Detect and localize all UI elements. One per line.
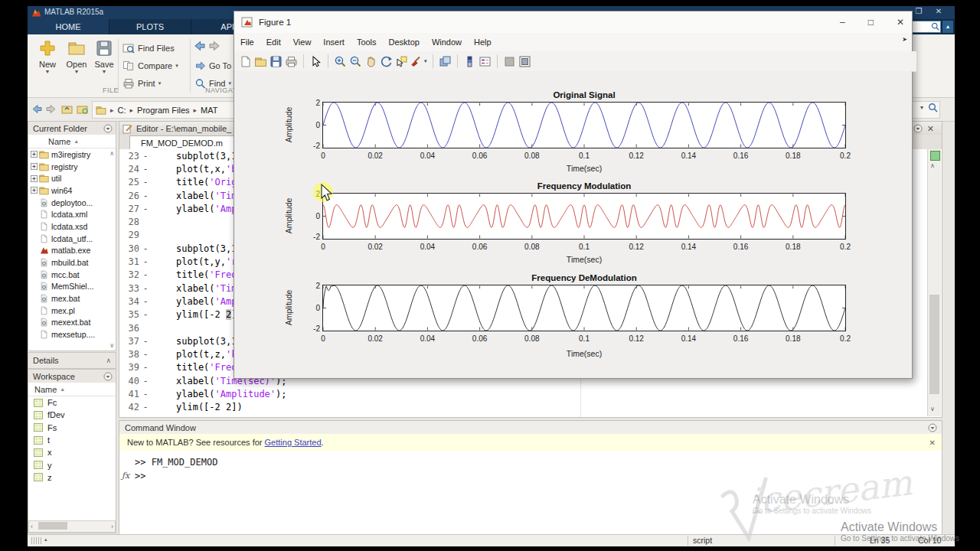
close-icon[interactable]: ✕ <box>897 17 904 28</box>
save-icon[interactable] <box>270 55 283 68</box>
compare-button[interactable]: Compare▾ <box>122 60 178 72</box>
file-row[interactable]: mex.pl <box>28 305 116 317</box>
file-row[interactable]: util <box>28 172 116 184</box>
scroll-thumb[interactable] <box>38 522 67 530</box>
scroll-down-icon[interactable]: ∨ <box>930 406 935 412</box>
caret-down-icon[interactable]: ▾ <box>424 58 427 64</box>
file-row[interactable]: lcdata.xml <box>28 208 116 220</box>
file-row[interactable]: registry <box>28 161 116 173</box>
variable-row[interactable]: t <box>28 434 116 446</box>
minimize-icon[interactable]: – <box>840 17 845 28</box>
scroll-down-icon[interactable]: ∨ <box>109 342 114 349</box>
insert-colorbar-icon[interactable] <box>463 55 476 68</box>
save-button[interactable]: Save▼ <box>90 39 118 90</box>
breadcrumb-search-icon[interactable] <box>928 103 938 112</box>
zoom-out-icon[interactable] <box>349 55 362 68</box>
dock-figure-icon[interactable] <box>518 55 531 68</box>
link-plots-icon[interactable] <box>439 55 452 68</box>
file-row[interactable]: m3iregistry <box>28 148 116 161</box>
collapse-ribbon-button[interactable]: ▴ <box>942 21 953 33</box>
close-icon[interactable]: ✕ <box>927 124 934 134</box>
new-doc-icon[interactable] <box>239 55 252 68</box>
panel-menu-icon[interactable] <box>103 372 113 381</box>
print-icon[interactable] <box>285 55 298 68</box>
browse-folder-icon[interactable] <box>77 103 88 114</box>
file-row[interactable]: mcc.bat <box>28 269 116 281</box>
code-line[interactable]: 42-ylim([-2 2]) <box>119 401 942 414</box>
file-row[interactable]: mexext.bat <box>28 317 116 329</box>
data-cursor-icon[interactable] <box>395 55 408 68</box>
plot-tools-icon[interactable] <box>503 55 516 68</box>
subplot-axes-original-signal[interactable] <box>322 102 846 148</box>
tab-plots[interactable]: PLOTS <box>109 19 191 34</box>
file-row[interactable]: win64 <box>28 184 116 197</box>
file-row[interactable]: mex.bat <box>28 292 116 305</box>
editor-tab[interactable]: FM_MOD_DEMOD.m <box>129 135 234 150</box>
file-row[interactable]: mbuild.bat <box>28 256 116 269</box>
variable-row[interactable]: z <box>28 471 116 484</box>
new-button[interactable]: New▼ <box>34 39 61 90</box>
up-folder-icon[interactable] <box>61 103 73 114</box>
file-row[interactable]: MemShiel... <box>28 281 116 293</box>
fx-icon[interactable]: ƒx <box>122 471 129 481</box>
menu-help[interactable]: Help <box>468 37 498 47</box>
file-row[interactable]: lcdata.xsd <box>28 220 116 233</box>
code-analyzer-indicator[interactable] <box>930 151 940 161</box>
pan-hand-icon[interactable] <box>364 55 377 68</box>
maximize-icon[interactable]: □ <box>868 17 874 28</box>
forward-icon[interactable] <box>209 41 220 51</box>
command-window-header[interactable]: Command Window <box>119 420 942 435</box>
back-icon[interactable] <box>32 104 42 114</box>
file-row[interactable]: mexsetup.... <box>28 328 116 341</box>
scroll-thumb[interactable] <box>929 295 939 394</box>
workspace-hscrollbar[interactable]: ‹ › <box>28 520 116 533</box>
file-row[interactable]: deploytoo... <box>28 197 116 209</box>
find-files-button[interactable]: Find Files <box>122 42 175 54</box>
breadcrumb-item[interactable]: C: <box>118 106 126 115</box>
menu-file[interactable]: File <box>234 37 260 47</box>
search-documentation-input[interactable] <box>908 21 941 33</box>
open-button[interactable]: Open▼ <box>63 39 90 90</box>
details-bar[interactable]: Details ∧ <box>28 352 116 369</box>
forward-icon[interactable] <box>46 104 56 114</box>
file-row[interactable]: matlab.exe <box>28 245 116 257</box>
open-folder-icon[interactable] <box>254 55 267 68</box>
menu-view[interactable]: View <box>287 37 318 47</box>
expand-icon[interactable] <box>31 175 38 182</box>
scroll-right-icon[interactable]: › <box>111 523 113 530</box>
menu-window[interactable]: Window <box>426 37 468 47</box>
breadcrumb-item[interactable]: Program Files <box>137 106 189 115</box>
menu-desktop[interactable]: Desktop <box>383 37 426 47</box>
subplot-axes-frequency-modulation[interactable] <box>322 193 846 240</box>
variable-row[interactable]: fDev <box>28 409 116 421</box>
figure-titlebar[interactable]: Figure 1 – □ ✕ <box>234 11 912 34</box>
tab-home[interactable]: HOME <box>28 19 109 34</box>
brush-icon[interactable] <box>410 55 423 68</box>
menu-edit[interactable]: Edit <box>260 37 287 47</box>
grip-icon[interactable] <box>31 537 42 544</box>
getting-started-link[interactable]: Getting Started <box>265 438 322 447</box>
print-button[interactable]: Print▾ <box>122 77 161 90</box>
file-row[interactable]: lcdata_utf... <box>28 233 116 245</box>
expand-icon[interactable] <box>31 163 38 170</box>
banner-close-icon[interactable]: ✕ <box>929 439 936 447</box>
close-icon[interactable]: ✕ <box>929 7 949 15</box>
zoom-in-icon[interactable] <box>334 55 347 68</box>
current-folder-column-header[interactable]: Name ▲ <box>28 135 116 148</box>
rotate-3d-icon[interactable] <box>380 55 393 68</box>
back-icon[interactable] <box>194 41 205 51</box>
code-line[interactable]: 41-ylabel('Amplitude'); <box>119 387 942 400</box>
expand-icon[interactable] <box>31 151 38 158</box>
menu-tools[interactable]: Tools <box>351 37 383 47</box>
scroll-left-icon[interactable]: ‹ <box>31 523 33 530</box>
menu-overflow-icon[interactable]: ➤ <box>902 36 907 43</box>
menu-insert[interactable]: Insert <box>317 37 351 47</box>
variable-row[interactable]: Fc <box>28 396 116 409</box>
editor-scrollbar[interactable]: ∧ ∨ <box>927 149 941 416</box>
variable-row[interactable]: x <box>28 446 116 458</box>
chevron-down-icon[interactable]: ▾ <box>920 104 923 111</box>
insert-legend-icon[interactable] <box>479 55 492 68</box>
variable-row[interactable]: Fs <box>28 422 116 434</box>
scroll-up-icon[interactable]: ∧ <box>109 150 114 157</box>
panel-menu-icon[interactable] <box>103 124 113 133</box>
